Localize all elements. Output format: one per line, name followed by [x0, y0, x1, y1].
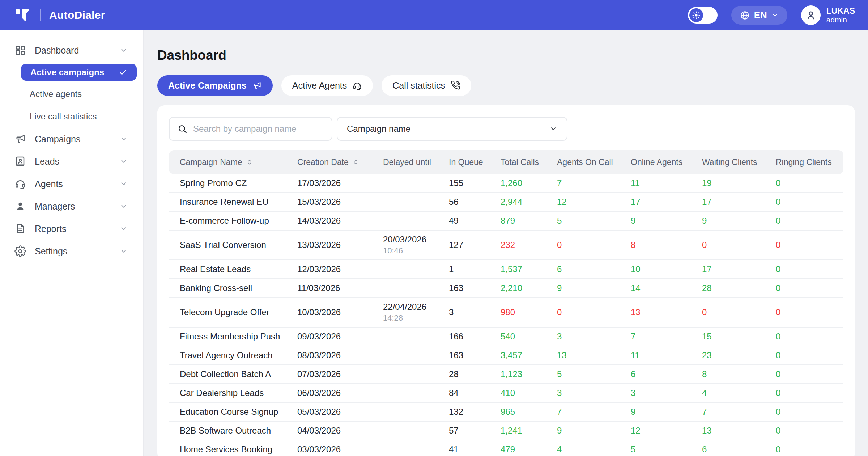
chevron-down-icon	[120, 180, 128, 188]
online-agents-cell: 11	[631, 178, 702, 188]
check-icon	[119, 68, 127, 77]
sidebar-item-label: Campaigns	[35, 134, 80, 144]
dashboard-tabs: Active CampaignsActive AgentsCall statis…	[157, 75, 855, 96]
column-header-in-queue: In Queue	[449, 157, 501, 167]
headset-icon	[352, 81, 362, 90]
creation-date-cell: 05/03/2026	[297, 407, 383, 417]
sidebar-item-dashboard[interactable]: Dashboard	[0, 39, 143, 62]
sidebar-item-managers[interactable]: Managers	[0, 195, 143, 218]
table-row[interactable]: Education Course Signup05/03/20261329657…	[169, 403, 843, 422]
table-row[interactable]: Car Dealership Leads06/03/2026844103340	[169, 384, 843, 403]
sidebar-subitem-active-agents[interactable]: Active agents	[0, 83, 143, 105]
table-row[interactable]: Spring Promo CZ17/03/20261551,260711190	[169, 174, 843, 193]
online-agents-cell: 9	[631, 407, 702, 417]
chevron-down-icon	[120, 247, 128, 255]
sidebar-subitem-active-campaigns[interactable]: Active campaigns	[21, 64, 137, 81]
total-calls-cell: 879	[501, 216, 557, 226]
campaign-name-cell: Car Dealership Leads	[169, 388, 297, 398]
sidebar-item-label: Dashboard	[35, 45, 79, 56]
ringing-clients-cell: 0	[776, 264, 843, 274]
column-label: Campaign Name	[180, 157, 242, 167]
table-row[interactable]: B2B Software Outreach04/03/2026571,24191…	[169, 422, 843, 440]
table-row[interactable]: Debt Collection Batch A07/03/2026281,123…	[169, 365, 843, 384]
agents-on-call-cell: 7	[557, 407, 631, 417]
tab-call-statistics[interactable]: Call statistics	[382, 75, 471, 96]
in-queue-cell: 84	[449, 388, 501, 398]
creation-date-cell: 13/03/2026	[297, 240, 383, 250]
app-logo-icon	[14, 7, 31, 24]
table-row[interactable]: Travel Agency Outreach08/03/20261633,457…	[169, 346, 843, 365]
gear-icon	[14, 245, 26, 257]
ringing-clients-cell: 0	[776, 283, 843, 293]
search-input[interactable]	[193, 124, 327, 134]
ringing-clients-cell: 0	[776, 369, 843, 379]
campaign-name-cell: Insurance Renewal EU	[169, 197, 297, 207]
in-queue-cell: 28	[449, 369, 501, 379]
sidebar-item-settings[interactable]: Settings	[0, 240, 143, 262]
sidebar-item-reports[interactable]: Reports	[0, 218, 143, 240]
sidebar-subitem-live-call-statistics[interactable]: Live call statistics	[0, 105, 143, 128]
table-row[interactable]: Fitness Membership Push09/03/20261665403…	[169, 328, 843, 346]
waiting-clients-cell: 0	[702, 307, 776, 317]
agents-on-call-cell: 9	[557, 426, 631, 436]
column-header-campaign-name[interactable]: Campaign Name	[169, 157, 297, 167]
brand: AutoDialer	[14, 7, 105, 24]
app-shell: DashboardActive campaignsActive agentsLi…	[0, 30, 868, 456]
in-queue-cell: 155	[449, 178, 501, 188]
table-row[interactable]: Telecom Upgrade Offer10/03/202622/04/202…	[169, 298, 843, 328]
waiting-clients-cell: 23	[702, 350, 776, 360]
theme-toggle[interactable]	[688, 7, 718, 24]
creation-date-cell: 04/03/2026	[297, 426, 383, 436]
table-row[interactable]: Real Estate Leads12/03/202611,537610170	[169, 260, 843, 279]
tab-active-agents[interactable]: Active Agents	[281, 75, 373, 96]
table-row[interactable]: E-commerce Follow-up14/03/2026498795990	[169, 212, 843, 231]
in-queue-cell: 163	[449, 350, 501, 360]
ringing-clients-cell: 0	[776, 332, 843, 342]
campaigns-table: Campaign NameCreation DateDelayed untilI…	[169, 150, 843, 456]
dashboard-grid-icon	[14, 45, 26, 56]
user-meta: LUKAS admin	[826, 6, 855, 25]
table-row[interactable]: Home Services Booking03/03/2026414794560	[169, 440, 843, 456]
online-agents-cell: 5	[631, 444, 702, 455]
brand-divider	[40, 9, 41, 21]
in-queue-cell: 166	[449, 332, 501, 342]
sidebar-item-leads[interactable]: Leads	[0, 150, 143, 173]
table-row[interactable]: Insurance Renewal EU15/03/2026562,944121…	[169, 193, 843, 212]
online-agents-cell: 3	[631, 388, 702, 398]
column-label: Waiting Clients	[702, 157, 757, 167]
sort-icon[interactable]	[352, 159, 359, 166]
creation-date-cell: 14/03/2026	[297, 216, 383, 226]
sort-icon[interactable]	[246, 159, 253, 166]
chevron-down-icon	[771, 12, 779, 19]
language-selector[interactable]: EN	[731, 6, 787, 25]
sidebar-item-agents[interactable]: Agents	[0, 173, 143, 195]
column-label: Delayed until	[383, 157, 431, 167]
user-role: admin	[826, 16, 855, 24]
column-header-creation-date[interactable]: Creation Date	[297, 157, 383, 167]
user-icon	[805, 9, 817, 21]
online-agents-cell: 9	[631, 216, 702, 226]
tab-label: Call statistics	[392, 80, 445, 91]
table-row[interactable]: SaaS Trial Conversion13/03/202620/03/202…	[169, 231, 843, 260]
delayed-time: 10:46	[383, 246, 449, 256]
ringing-clients-cell: 0	[776, 350, 843, 360]
sidebar-item-campaigns[interactable]: Campaigns	[0, 128, 143, 150]
agents-on-call-cell: 9	[557, 283, 631, 293]
waiting-clients-cell: 6	[702, 444, 776, 455]
column-label: Creation Date	[297, 157, 349, 167]
agents-on-call-cell: 12	[557, 197, 631, 207]
online-agents-cell: 6	[631, 369, 702, 379]
user-name: LUKAS	[826, 6, 855, 16]
ringing-clients-cell: 0	[776, 240, 843, 250]
campaign-search[interactable]	[169, 117, 332, 141]
filters-row: Campaign name	[169, 117, 843, 141]
user-menu[interactable]: LUKAS admin	[801, 5, 855, 25]
campaign-name-cell: Debt Collection Batch A	[169, 369, 297, 379]
table-row[interactable]: Banking Cross-sell11/03/20261632,2109142…	[169, 279, 843, 298]
page-title: Dashboard	[157, 48, 855, 63]
filter-field-select[interactable]: Campaign name	[337, 117, 567, 141]
ringing-clients-cell: 0	[776, 307, 843, 317]
in-queue-cell: 132	[449, 407, 501, 417]
agents-on-call-cell: 3	[557, 332, 631, 342]
tab-active-campaigns[interactable]: Active Campaigns	[157, 75, 273, 96]
